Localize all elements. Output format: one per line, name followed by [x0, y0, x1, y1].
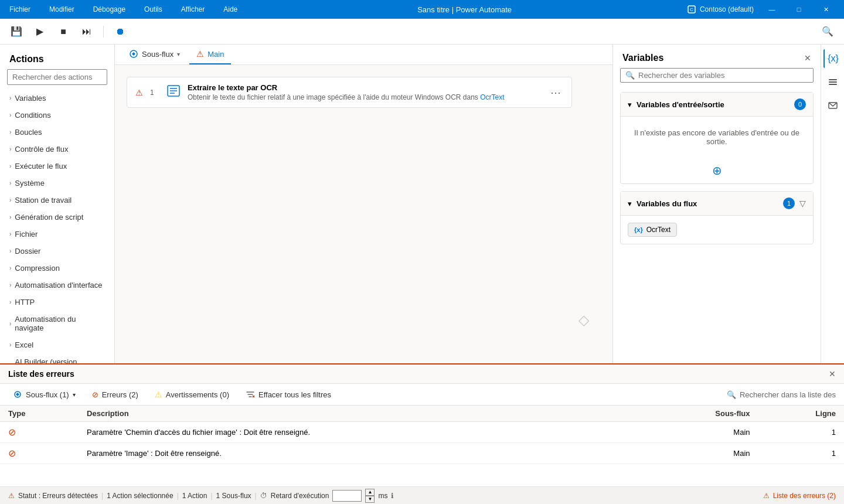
error-row-1[interactable]: ⊘ Paramètre 'Chemin d'accès du fichier i… [0, 422, 844, 443]
maximize-button[interactable]: □ [785, 0, 812, 19]
var-item-icon: {x} [634, 226, 643, 233]
filter-errors-label: Erreurs (2) [102, 390, 138, 399]
delay-info-icon: ℹ [391, 492, 394, 500]
filter-errors-button[interactable]: ⊘ Erreurs (2) [87, 388, 143, 401]
title-bar-menus[interactable]: Fichier Modifier Débogage Outils Affiche… [5, 3, 242, 16]
window-controls[interactable]: — □ ✕ [758, 0, 839, 19]
action-item-dossier[interactable]: › Dossier [0, 243, 114, 260]
row-subflux-1: Main [639, 422, 758, 443]
action-item-variables[interactable]: › Variables [0, 90, 114, 107]
col-description: Description [79, 406, 639, 422]
var-item-ocrtext[interactable]: {x} OcrText [628, 223, 677, 237]
error-panel-close-button[interactable]: ✕ [829, 369, 836, 379]
action-item-automatisation-navigateur[interactable]: › Automatisation du navigate [0, 311, 114, 336]
delay-down-button[interactable]: ▼ [365, 496, 375, 503]
close-button[interactable]: ✕ [812, 0, 839, 19]
action-desc-link[interactable]: OcrText [480, 93, 504, 101]
action-item-station-travail[interactable]: › Station de travail [0, 192, 114, 209]
subflow-filter-icon [13, 390, 22, 399]
errors-link[interactable]: Liste des erreurs (2) [773, 492, 836, 500]
action-item-systeme[interactable]: › Système [0, 175, 114, 192]
chevron-icon: › [9, 214, 11, 220]
chevron-icon: › [9, 231, 11, 237]
email-icon [828, 100, 838, 111]
status-right[interactable]: ⚠ Liste des erreurs (2) [763, 492, 836, 500]
minimize-button[interactable]: — [758, 0, 785, 19]
record-button[interactable]: ⏺ [111, 22, 130, 41]
status-separator-2: | [177, 492, 179, 500]
action-item-compression[interactable]: › Compression [0, 260, 114, 277]
action-item-boucles[interactable]: › Boucles [0, 124, 114, 141]
action-item-ai-builder[interactable]: › AI Builder (version prélimin [0, 353, 114, 363]
action-block-icon [166, 84, 181, 101]
action-item-controle-flux[interactable]: › Contrôle de flux [0, 141, 114, 158]
action-item-excel[interactable]: › Excel [0, 336, 114, 353]
delay-input[interactable]: 100 [332, 490, 362, 502]
row-error-icon-2: ⊘ [8, 448, 16, 458]
sidebar-layers-button[interactable] [823, 73, 842, 91]
clear-filters-button[interactable]: Effacer tous les filtres [241, 387, 336, 401]
var-filter-icon[interactable]: ▽ [799, 199, 806, 208]
dropdown-icon: ▾ [73, 391, 76, 398]
action-block-1[interactable]: ⚠ 1 Extraire le texte par OCR Ob [127, 77, 572, 108]
variables-close-button[interactable]: ✕ [804, 53, 811, 63]
stop-button[interactable]: ■ [54, 22, 73, 41]
tab-subflow[interactable]: Sous-flux ▾ [122, 45, 187, 64]
search-icon-button[interactable]: 🔍 [818, 22, 837, 41]
action-item-fichier[interactable]: › Fichier [0, 226, 114, 243]
chevron-icon: › [9, 282, 11, 288]
action-label: Compression [15, 264, 60, 273]
status-separator-1: | [101, 492, 103, 500]
error-circle-icon: ⊘ [92, 390, 98, 399]
chevron-icon: › [9, 163, 11, 169]
var-add-button[interactable]: ⊕ [621, 158, 813, 183]
action-block-menu-icon[interactable]: ⋯ [548, 84, 563, 101]
var-section-input-output-title: Variables d'entrée/sortie [637, 100, 789, 109]
delay-up-button[interactable]: ▲ [365, 489, 375, 496]
menu-afficher[interactable]: Afficher [176, 3, 209, 16]
app-body: 💾 ▶ ■ ⏭ ⏺ 🔍 Actions › Variables › Condit… [0, 19, 844, 504]
diamond-icon: ◇ [578, 312, 589, 328]
sidebar-variables-button[interactable]: {x} [823, 49, 842, 68]
account-info[interactable]: C Contoso (default) [687, 5, 754, 14]
tab-main[interactable]: ⚠ Main [189, 45, 231, 64]
subflow-dropdown-icon[interactable]: ▾ [177, 51, 180, 57]
action-item-executer-flux[interactable]: › Exécuter le flux [0, 158, 114, 175]
delay-spinners[interactable]: ▲ ▼ [365, 489, 375, 503]
actions-title: Actions [0, 45, 114, 69]
action-item-generation-script[interactable]: › Génération de script [0, 209, 114, 226]
variables-panel: Variables ✕ 🔍 ▾ Variables d'entrée/sorti… [612, 45, 821, 363]
save-button[interactable]: 💾 [7, 22, 26, 41]
var-section-input-output-header[interactable]: ▾ Variables d'entrée/sortie 0 [621, 93, 813, 117]
action-label: Excel [15, 340, 33, 349]
menu-modifier[interactable]: Modifier [45, 3, 79, 16]
svg-text:C: C [690, 7, 693, 12]
row-desc-2: Paramètre 'Image' : Doit être renseigné. [79, 443, 639, 464]
filter-warnings-button[interactable]: ⚠ Avertissements (0) [150, 387, 234, 401]
canvas-area: Sous-flux ▾ ⚠ Main ⚠ 1 [115, 45, 612, 363]
sidebar-email-button[interactable] [823, 96, 842, 115]
action-item-conditions[interactable]: › Conditions [0, 107, 114, 124]
layers-icon [828, 77, 838, 87]
actions-search-input[interactable] [7, 69, 107, 85]
toolbar-search[interactable]: 🔍 [818, 22, 837, 41]
menu-debogage[interactable]: Débogage [89, 3, 130, 16]
menu-aide[interactable]: Aide [219, 3, 242, 16]
menu-outils[interactable]: Outils [139, 3, 167, 16]
variables-search-input[interactable] [638, 71, 808, 80]
variables-search-icon: 🔍 [625, 71, 635, 80]
action-item-automatisation-interface[interactable]: › Automatisation d'interface [0, 277, 114, 294]
run-button[interactable]: ▶ [30, 22, 49, 41]
chevron-icon: › [9, 197, 11, 203]
filter-subflux-button[interactable]: Sous-flux (1) ▾ [8, 387, 80, 401]
var-section-flux-header[interactable]: ▾ Variables du flux 1 ▽ [621, 192, 813, 216]
action-item-http[interactable]: › HTTP [0, 294, 114, 311]
variables-search-wrap[interactable]: 🔍 [620, 68, 814, 83]
menu-fichier[interactable]: Fichier [5, 3, 35, 16]
action-label: Exécuter le flux [15, 162, 67, 171]
error-row-2[interactable]: ⊘ Paramètre 'Image' : Doit être renseign… [0, 443, 844, 464]
status-separator-4: | [255, 492, 257, 500]
error-panel-search[interactable]: 🔍 Rechercher dans la liste des [727, 390, 836, 399]
next-button[interactable]: ⏭ [77, 22, 96, 41]
var-section-flux: ▾ Variables du flux 1 ▽ {x} OcrText [620, 191, 814, 244]
